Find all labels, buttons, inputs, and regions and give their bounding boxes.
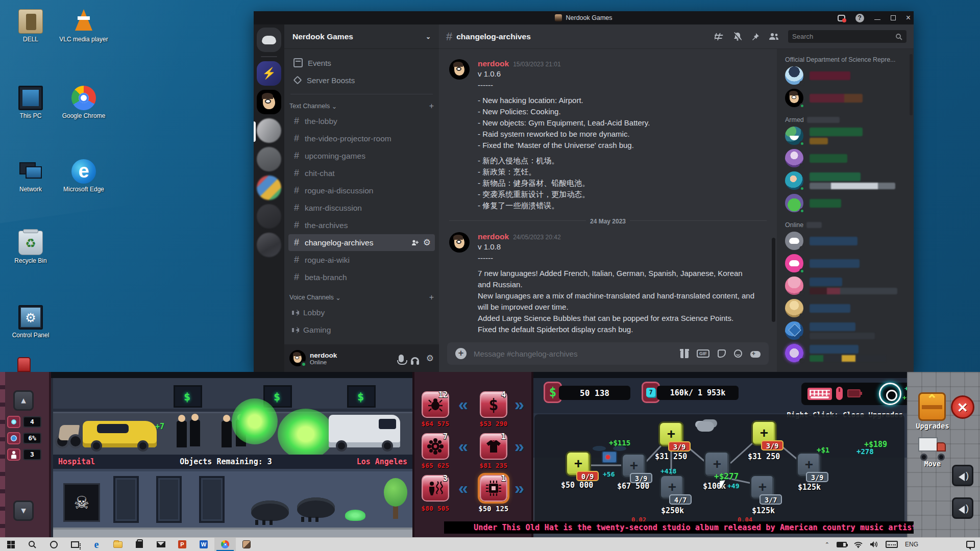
server-icon-r[interactable] xyxy=(257,61,281,86)
start-button[interactable] xyxy=(0,538,21,551)
invite-people-icon[interactable] xyxy=(411,239,419,246)
next-item-arrow[interactable]: » xyxy=(514,480,524,495)
channel-rogue-ai-discussion[interactable]: #rogue-ai-discussion xyxy=(288,182,435,199)
voice-channel-lobby[interactable]: Lobby xyxy=(288,304,435,321)
server-icon[interactable] xyxy=(257,176,281,200)
upgrade-node[interactable]: + 3/7 xyxy=(750,474,775,500)
desktop-icon-network[interactable]: Network xyxy=(4,159,57,193)
member-row[interactable] xyxy=(785,252,910,274)
channel-the-lobby[interactable]: #the-lobby xyxy=(288,113,435,130)
action-center-icon[interactable] xyxy=(966,541,975,548)
click-target-reticle[interactable] xyxy=(879,383,901,405)
sidebar-item-server-boosts[interactable]: Server Boosts xyxy=(288,71,435,89)
message[interactable]: nerdook 24/05/2023 20:42 v 1.0.8 ------ … xyxy=(439,231,777,335)
item-chip-selected[interactable]: 1 xyxy=(480,475,507,502)
scrollbar[interactable] xyxy=(910,54,913,115)
channel-settings-icon[interactable]: ⚙ xyxy=(423,238,431,247)
taskbar-store[interactable] xyxy=(129,538,150,551)
music-button[interactable] xyxy=(952,497,973,519)
user-settings-icon[interactable]: ⚙ xyxy=(426,354,434,363)
message-input[interactable]: + Message #changelog-archives GIF xyxy=(447,342,769,365)
taskbar-file-explorer[interactable] xyxy=(107,538,129,551)
message-author[interactable]: nerdook xyxy=(478,232,509,241)
attach-icon[interactable]: + xyxy=(455,348,467,359)
member-row[interactable] xyxy=(785,297,910,319)
member-row[interactable] xyxy=(785,274,910,297)
channel-beta-branch[interactable]: #beta-branch xyxy=(288,269,435,286)
battery-icon[interactable] xyxy=(837,542,847,547)
sound-button[interactable] xyxy=(952,465,973,486)
upgrades-button[interactable] xyxy=(918,392,946,421)
taskbar-edge[interactable]: e xyxy=(86,538,107,551)
member-row[interactable] xyxy=(785,124,910,147)
prev-item-arrow[interactable]: « xyxy=(458,396,468,412)
update-available-icon[interactable] xyxy=(838,15,845,21)
member-row[interactable] xyxy=(785,169,910,192)
channel-the-archives[interactable]: #the-archives xyxy=(288,217,435,234)
next-item-arrow[interactable]: » xyxy=(514,396,524,412)
channel-rogue-ai-wiki[interactable]: #rogue-ai-wiki xyxy=(288,252,435,268)
upgrade-node[interactable]: + 4/7 xyxy=(659,474,685,500)
channel-chit-chat[interactable]: #chit-chat xyxy=(288,165,435,182)
channel-kamr-discussion[interactable]: #kamr-discussion xyxy=(288,199,435,216)
desktop-icon-edge[interactable]: Microsoft Edge xyxy=(57,159,110,193)
item-money[interactable]: $ 4 xyxy=(480,391,507,418)
message[interactable]: nerdook 15/03/2023 21:01 v 1.0.6 ------ … xyxy=(439,58,777,211)
voice-channel-gaming[interactable]: Gaming xyxy=(288,321,435,338)
member-row[interactable] xyxy=(785,342,910,364)
member-row[interactable] xyxy=(785,192,910,214)
touch-keyboard-icon[interactable] xyxy=(886,541,898,548)
avatar[interactable] xyxy=(449,232,470,253)
wifi-icon[interactable] xyxy=(854,541,863,548)
server-icon[interactable] xyxy=(257,147,281,171)
taskbar-mail[interactable] xyxy=(150,538,172,551)
server-icon[interactable] xyxy=(257,233,281,257)
taskbar-powerpoint[interactable]: P xyxy=(172,538,193,551)
prev-item-arrow[interactable]: « xyxy=(458,438,468,454)
sticker-icon[interactable] xyxy=(718,349,726,358)
volume-icon[interactable] xyxy=(870,541,878,548)
server-icon-nerdook-games[interactable] xyxy=(257,90,281,114)
desktop-icon-control-panel[interactable]: Control Panel xyxy=(4,305,57,339)
prev-item-arrow[interactable]: « xyxy=(458,480,468,495)
desktop-icon-this-pc[interactable]: This PC xyxy=(4,86,57,119)
add-channel-icon[interactable]: + xyxy=(429,293,434,302)
channel-the-video-projector-room[interactable]: #the-video-projector-room xyxy=(288,130,435,147)
scrollbar[interactable] xyxy=(772,238,775,322)
threads-icon[interactable] xyxy=(715,33,724,41)
member-row[interactable] xyxy=(785,230,910,252)
maximize-button[interactable] xyxy=(891,15,896,20)
gif-icon[interactable]: GIF xyxy=(697,349,709,358)
scroll-down-button[interactable]: ▼ xyxy=(13,500,34,521)
tray-expand-icon[interactable]: ⌃ xyxy=(825,541,829,548)
search-input[interactable]: Search xyxy=(788,30,906,43)
desktop-icon-chrome[interactable]: Google Chrome xyxy=(57,86,110,119)
item-gear[interactable]: 7 xyxy=(422,433,449,460)
item-dna[interactable]: 3 xyxy=(422,475,449,502)
text-channels-category[interactable]: Text Channels ⌄ + xyxy=(289,102,434,111)
emoji-icon[interactable] xyxy=(734,349,742,358)
notifications-muted-icon[interactable] xyxy=(733,32,742,41)
upgrade-node[interactable]: + 3/9 xyxy=(751,420,777,446)
gift-icon[interactable] xyxy=(680,351,689,358)
item-bug[interactable]: 12 xyxy=(422,391,449,418)
discord-home-button[interactable] xyxy=(257,28,281,52)
member-row[interactable] xyxy=(785,319,910,342)
avatar[interactable] xyxy=(449,59,470,80)
member-row[interactable] xyxy=(785,147,910,169)
taskbar-word[interactable]: W xyxy=(193,538,214,551)
game-activity-icon[interactable] xyxy=(750,351,761,358)
move-button[interactable] xyxy=(918,437,947,458)
upgrade-node[interactable]: + 0/9 xyxy=(566,451,591,477)
desktop-icon-recycle-bin[interactable]: Recycle Bin xyxy=(4,231,57,264)
close-upgrades-button[interactable]: ✕ xyxy=(951,395,974,419)
language-indicator[interactable]: ENG xyxy=(905,541,918,548)
game-city-scene[interactable]: $ $ $ +7 Hospital Objects Remaining: 3 L… xyxy=(53,378,412,537)
desktop-icon-dell[interactable]: DELL xyxy=(4,9,57,43)
scroll-up-button[interactable]: ▲ xyxy=(13,390,34,411)
member-row[interactable] xyxy=(785,87,910,109)
add-channel-icon[interactable]: + xyxy=(429,102,434,111)
message-author[interactable]: nerdook xyxy=(478,59,509,68)
upgrade-node[interactable]: + 3/9 xyxy=(621,453,647,479)
member-row[interactable] xyxy=(785,64,910,87)
